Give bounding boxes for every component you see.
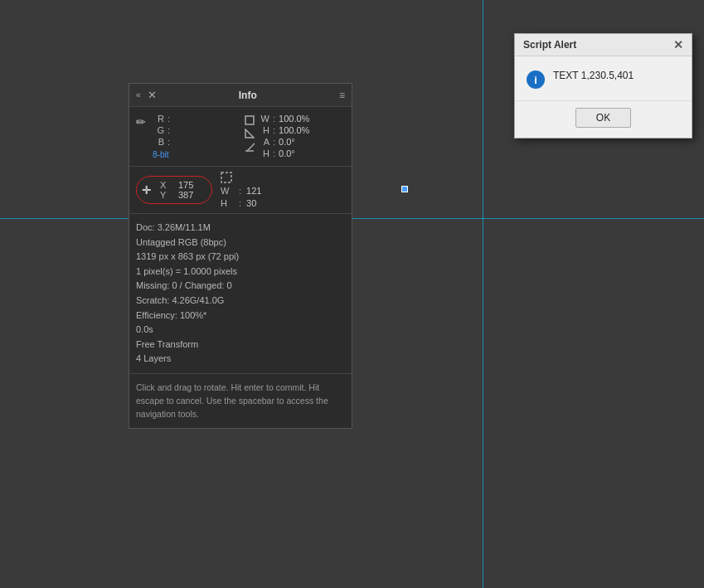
eyedropper-icon: ✏ xyxy=(136,115,146,129)
w-label: W xyxy=(258,114,269,124)
x-position-row: X 175 xyxy=(160,180,203,190)
b-colon: : xyxy=(168,137,170,147)
svg-rect-4 xyxy=(221,173,231,182)
x-value: 175 xyxy=(178,180,203,190)
script-alert-title: Script Alert xyxy=(523,39,576,51)
info-panel-header: « ✕ Info ≡ xyxy=(129,84,352,107)
selection-w-row: W : 121 xyxy=(221,186,261,196)
transform-values: W : 100.0% H : 100.0% A : 0.0° H : 0 xyxy=(258,114,345,158)
info-icon: i xyxy=(527,70,545,89)
h-colon: : xyxy=(273,125,275,135)
script-alert-dialog[interactable]: Script Alert ✕ i TEXT 1,230.5,401 OK xyxy=(514,33,692,138)
position-section: ✛ X 175 Y 387 W : 121 H : 30 xyxy=(129,167,352,214)
doc-info-line: Efficiency: 100%* xyxy=(136,309,345,323)
panel-collapse-controls[interactable]: « ✕ xyxy=(136,89,157,101)
doc-info-line: 1319 px x 863 px (72 ppi) xyxy=(136,250,345,265)
g-label: G xyxy=(153,125,164,135)
doc-info-line: 0.0s xyxy=(136,323,345,338)
w-colon: : xyxy=(273,114,275,124)
y-value: 387 xyxy=(178,190,203,200)
g-colon: : xyxy=(168,125,170,135)
a-colon: : xyxy=(273,137,275,147)
panel-collapse-button[interactable]: « xyxy=(136,90,141,100)
crosshair-vertical xyxy=(483,0,483,588)
h2-label: H xyxy=(258,148,269,158)
w-value: 100.0% xyxy=(279,114,309,124)
color-r-row: R : xyxy=(153,114,236,124)
r-colon: : xyxy=(168,114,170,124)
status-text: Click and drag to rotate. Hit enter to c… xyxy=(136,382,328,420)
h-value: 100.0% xyxy=(279,125,309,135)
panel-menu-icon[interactable]: ≡ xyxy=(339,90,345,101)
info-panel: « ✕ Info ≡ ✏ R : G : B : xyxy=(129,83,352,429)
y-position-row: Y 387 xyxy=(160,190,203,200)
sw-label: W xyxy=(221,186,234,196)
svg-rect-0 xyxy=(245,116,254,124)
shear-icon xyxy=(245,142,255,152)
handle-middle-right[interactable] xyxy=(401,186,408,192)
r-label: R xyxy=(153,114,164,124)
sh-label: H xyxy=(221,198,234,208)
position-oval: ✛ X 175 Y 387 xyxy=(136,176,212,204)
color-section: ✏ R : G : B : 8-bit xyxy=(129,107,352,167)
script-alert-footer: OK xyxy=(515,100,692,138)
alert-message: TEXT 1,230.5,401 xyxy=(553,70,634,81)
angle-icon xyxy=(245,129,255,138)
bit-depth-label: 8-bit xyxy=(153,150,236,159)
a-label: A xyxy=(258,137,269,147)
selection-size-values: W : 121 H : 30 xyxy=(221,186,261,208)
doc-info-line: Scratch: 4.26G/41.0G xyxy=(136,294,345,309)
h-label: H xyxy=(258,125,269,135)
doc-info-line: 1 pixel(s) = 1.0000 pixels xyxy=(136,265,345,279)
selection-h-row: H : 30 xyxy=(221,198,261,208)
shear-row: H : 0.0° xyxy=(258,148,345,158)
doc-info-line: Untagged RGB (8bpc) xyxy=(136,236,345,250)
selection-rect-icon xyxy=(221,172,232,183)
doc-info-line: Doc: 3.26M/11.1M xyxy=(136,221,345,236)
height-row: H : 100.0% xyxy=(258,125,345,135)
status-section: Click and drag to rotate. Hit enter to c… xyxy=(129,374,352,428)
panel-close-button[interactable]: ✕ xyxy=(148,89,157,101)
b-label: B xyxy=(153,137,164,147)
ok-button[interactable]: OK xyxy=(575,108,631,128)
svg-marker-2 xyxy=(247,143,255,151)
sh-value: 30 xyxy=(246,198,256,208)
script-alert-titlebar: Script Alert ✕ xyxy=(515,34,692,56)
color-b-row: B : xyxy=(153,137,236,147)
svg-marker-1 xyxy=(245,129,254,138)
a-value: 0.0° xyxy=(279,137,295,147)
angle-row: A : 0.0° xyxy=(258,137,345,147)
sh-colon: : xyxy=(239,198,241,208)
script-alert-close-button[interactable]: ✕ xyxy=(673,39,683,51)
doc-info-line: Free Transform xyxy=(136,338,345,352)
color-g-row: G : xyxy=(153,125,236,135)
x-label: X xyxy=(160,180,173,190)
doc-info-line: Missing: 0 / Changed: 0 xyxy=(136,279,345,294)
color-rgb-values: R : G : B : 8-bit xyxy=(153,114,236,159)
y-label: Y xyxy=(160,190,173,200)
panel-title: Info xyxy=(239,90,257,101)
h2-colon: : xyxy=(273,148,275,158)
crosshair-position-icon: ✛ xyxy=(142,184,151,197)
width-row: W : 100.0% xyxy=(258,114,345,124)
size-icon xyxy=(245,115,255,125)
doc-info-line: 4 Layers xyxy=(136,352,345,367)
doc-info-section: Doc: 3.26M/11.1MUntagged RGB (8bpc)1319 … xyxy=(129,214,352,374)
sw-colon: : xyxy=(239,186,241,196)
h2-value: 0.0° xyxy=(279,148,295,158)
sw-value: 121 xyxy=(246,186,261,196)
script-alert-body: i TEXT 1,230.5,401 xyxy=(515,56,692,97)
